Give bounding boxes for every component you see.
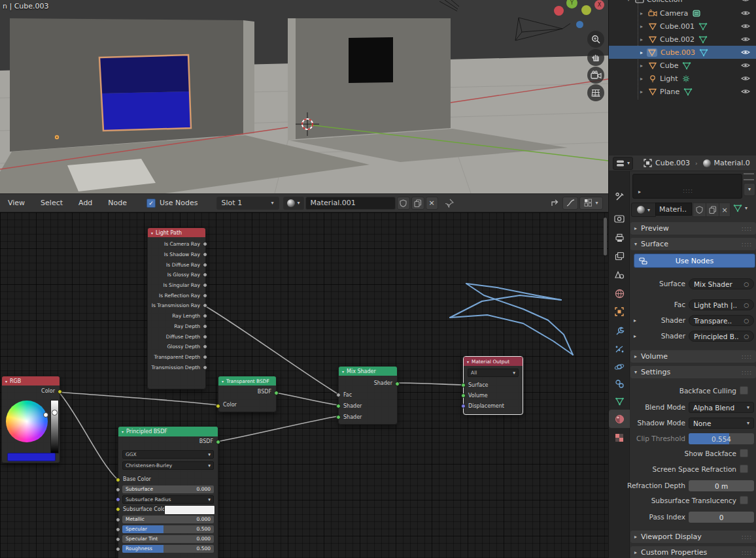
socket-shader1-in[interactable] [336,404,341,408]
canvas-scrollbar[interactable] [604,218,607,255]
breadcrumb-material-name[interactable]: Material.0 [714,159,750,167]
tab-modifiers[interactable] [609,321,630,340]
tab-tool[interactable] [609,188,630,206]
disclosure-icon[interactable]: ▸ [634,333,636,339]
tab-constraints[interactable] [609,374,630,393]
tab-output[interactable] [609,229,630,247]
node-light-path[interactable]: ▾Light Path Is Camera Ray Is Shadow Ray … [147,227,206,389]
panel-grip-icon[interactable]: :::: [742,353,752,360]
socket-surface-in[interactable] [461,383,466,387]
fake-user-button[interactable] [693,203,706,217]
panel-volume[interactable]: ▸Volume:::: [630,350,756,363]
node-output-header[interactable]: ▾Material Output [464,357,523,366]
socket-displacement-in[interactable] [461,404,466,408]
output-socket-row[interactable]: Ray Length [148,311,205,321]
node-principled-header[interactable]: ▾Principled BSDF [118,427,218,436]
subsurface-color-swatch[interactable] [164,505,215,515]
show-backface-checkbox[interactable] [740,449,748,457]
menu-node[interactable]: Node [100,199,135,207]
panel-grip-icon[interactable]: :::: [742,225,752,232]
node-mix-shader[interactable]: ▾Mix Shader Shader Fac Shader Shader [338,366,398,425]
socket-specular-tint[interactable] [116,537,120,542]
outliner-row-plane[interactable]: ▸ Plane [609,85,756,98]
tab-render[interactable] [609,209,630,227]
socket-subsurface-radius[interactable] [116,497,120,502]
output-socket-row[interactable]: Is Camera Ray [148,239,205,250]
copy-material-button[interactable] [411,197,424,210]
zoom-tool-button[interactable] [587,31,604,48]
tab-object[interactable] [609,303,630,321]
node-transparent-bsdf[interactable]: ▾Transparent BSDF BSDF Color [218,376,277,412]
properties-context-button[interactable]: ▾ [613,157,633,170]
output-socket-row[interactable]: Glossy Depth [148,342,205,352]
eye-icon[interactable] [741,23,750,29]
link-target-selector[interactable]: ▾ [733,204,747,212]
tab-object-data[interactable] [609,392,630,410]
collapse-icon[interactable]: ▾ [222,379,224,384]
panel-surface[interactable]: ▾Surface:::: [630,238,756,250]
subsurface-translucency-checkbox[interactable] [740,496,748,504]
shadow-mode-dropdown[interactable]: None▾ [689,418,754,429]
disclosure-icon[interactable]: ▸ [640,37,647,42]
outliner-row-camera[interactable]: ▸ Camera [609,7,756,20]
tab-scene[interactable] [609,266,630,284]
socket-subsurface-color[interactable] [116,507,120,512]
go-to-parent-button[interactable] [548,197,561,209]
nav-gizmo[interactable]: Y X [553,0,608,32]
tab-material-selected[interactable] [609,410,630,428]
eye-icon[interactable] [741,10,750,16]
node-mix-header[interactable]: ▾Mix Shader [339,367,397,376]
socket-metallic[interactable] [116,517,120,522]
light-data-icon[interactable] [681,74,691,83]
output-socket-row[interactable]: Transparent Depth [148,352,205,363]
node-material-output[interactable]: ▾Material Output All▾ Surface Volume Dis… [463,356,523,415]
tab-world[interactable] [609,284,630,303]
node-transparent-header[interactable]: ▾Transparent BSDF [218,376,276,386]
proportional-edit-button[interactable] [562,197,578,210]
fake-user-button[interactable] [397,197,410,210]
color-wheel[interactable] [6,401,48,442]
panel-preview[interactable]: ▸Preview:::: [630,222,756,235]
disclosure-icon[interactable]: ▸ [640,63,647,69]
backface-culling-checkbox[interactable] [740,386,748,395]
panel-grip-icon[interactable]: :::: [742,241,752,248]
collapse-icon[interactable]: ▾ [342,369,344,374]
outliner-row-light[interactable]: ▸ Light [609,72,756,85]
viewport-3d[interactable]: n | Cube.003 Y X [0,0,608,193]
color-wheel-picker[interactable] [43,412,48,418]
outliner-row-collection[interactable]: ▾ Collection [609,0,756,6]
gizmo-y-ball[interactable]: Y [566,0,577,8]
shader-node-canvas[interactable]: ▾Light Path Is Camera Ray Is Shadow Ray … [0,212,608,558]
disclosure-icon[interactable]: ▸ [634,318,636,323]
gizmo-axis-ball[interactable] [554,6,564,16]
material-slot-name-field[interactable]: Materi.. [655,203,692,216]
ortho-grid-button[interactable] [587,84,604,101]
tab-view-layer[interactable] [609,247,630,265]
output-target-dropdown[interactable]: All▾ [468,369,519,377]
output-socket-row[interactable]: Ray Depth [148,321,205,332]
subsurface-radius-dropdown[interactable]: Subsurface Radius▾ [122,495,214,504]
socket-subsurface[interactable] [116,487,120,492]
unlink-button[interactable]: × [719,203,730,217]
unlink-material-button[interactable]: × [426,197,438,210]
distribution-dropdown[interactable]: GGX▾ [122,450,214,459]
node-rgb-header[interactable]: ▾RGB [2,376,60,386]
outliner-row-cube003-selected[interactable]: ▸ Cube.003 [609,46,756,59]
panel-custom-properties[interactable]: ▸Custom Properties:::: [630,546,756,558]
breadcrumb-object-name[interactable]: Cube.003 [655,159,690,167]
socket-roughness[interactable] [116,547,120,551]
subsurface-slider[interactable]: Subsurface0.000 [122,485,214,493]
value-slider[interactable] [50,400,59,453]
mesh-data-icon[interactable] [698,22,708,31]
socket-specular[interactable] [116,527,120,532]
screen-space-refraction-checkbox[interactable] [740,465,748,473]
disclosure-icon[interactable]: ▸ [640,24,647,29]
panel-grip-icon[interactable]: :::: [742,550,752,556]
refraction-depth-field[interactable]: 0 m [689,480,754,491]
socket-color-in[interactable] [216,404,220,408]
output-socket-row[interactable]: Transmission Depth [148,362,205,372]
tab-particles[interactable] [609,340,630,358]
panel-settings[interactable]: ▾Settings:::: [630,366,756,378]
panel-viewport-display[interactable]: ▸Viewport Display:::: [630,531,756,543]
output-socket-row[interactable]: Is Singular Ray [148,280,205,291]
